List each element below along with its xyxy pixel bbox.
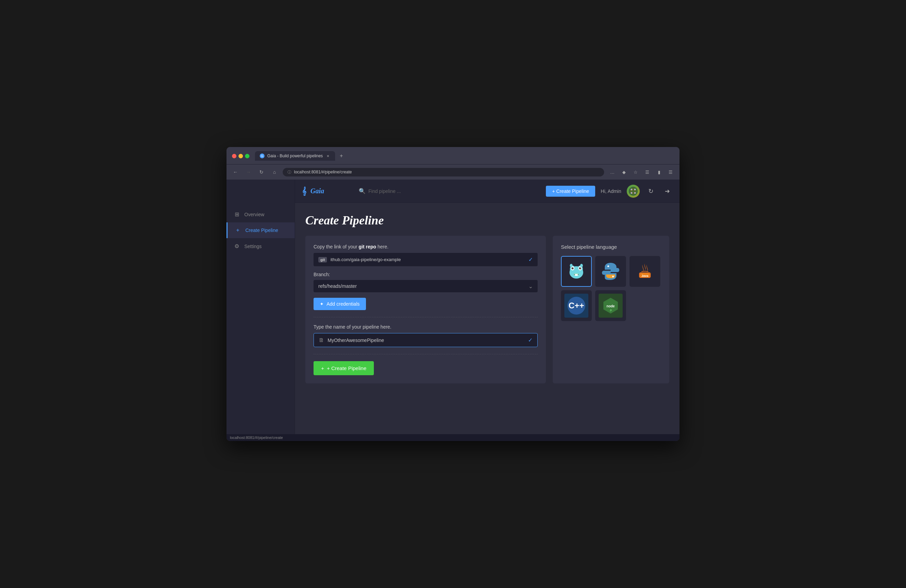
svg-rect-21 xyxy=(575,274,576,276)
lang-option-python[interactable] xyxy=(595,256,626,287)
create-pipeline-btn-label: + Create Pipeline xyxy=(327,365,367,371)
document-icon: 🗎 xyxy=(319,337,324,343)
svg-text:C++: C++ xyxy=(568,301,584,310)
app-header: 𝄞 Gaia 🔍 Find pipeline ... + Create Pipe… xyxy=(295,180,680,203)
tab-close-button[interactable]: ✕ xyxy=(325,153,330,158)
search-bar[interactable]: 🔍 Find pipeline ... xyxy=(359,188,541,194)
svg-point-24 xyxy=(608,266,609,267)
svg-point-25 xyxy=(613,276,614,277)
home-button[interactable]: ⌂ xyxy=(270,167,279,177)
svg-text:node: node xyxy=(606,304,615,308)
credentials-icon: ✦ xyxy=(320,301,324,307)
main-content: Create Pipeline Copy the link of your gi… xyxy=(295,203,680,434)
bookmark-button[interactable]: ☆ xyxy=(631,167,640,177)
branch-select-wrapper: refs/heads/masterrefs/heads/developrefs/… xyxy=(314,280,538,292)
create-pipeline-form-button[interactable]: + + Create Pipeline xyxy=(314,361,374,375)
branch-select[interactable]: refs/heads/masterrefs/heads/developrefs/… xyxy=(314,280,538,292)
lang-option-nodejs[interactable]: node .js xyxy=(595,290,626,321)
search-placeholder: Find pipeline ... xyxy=(368,188,401,194)
sidebar-item-create-pipeline[interactable]: + Create Pipeline xyxy=(226,222,295,238)
pipeline-name-check-icon: ✓ xyxy=(528,337,533,343)
svg-point-20 xyxy=(580,264,583,267)
svg-text:.js: .js xyxy=(609,309,613,311)
settings-icon: ⚙ xyxy=(233,243,240,249)
address-bar[interactable]: ⓘ localhost:8081/#/pipeline/create xyxy=(283,168,604,177)
back-button[interactable]: ← xyxy=(231,167,240,177)
svg-point-14 xyxy=(571,267,574,269)
logo-text: Gaia xyxy=(311,187,324,195)
menu-button[interactable]: ☰ xyxy=(666,167,675,177)
add-credentials-button[interactable]: ✦ Add credentials xyxy=(314,298,366,310)
divider-1 xyxy=(314,317,538,317)
svg-text:Java: Java xyxy=(641,274,649,277)
sidebar-item-label-settings: Settings xyxy=(244,244,262,249)
library-button[interactable]: ☰ xyxy=(643,167,652,177)
page-title: Create Pipeline xyxy=(305,213,669,228)
svg-point-6 xyxy=(631,192,633,194)
tab-bar: G Gaia - Build powerful pipelines ✕ + xyxy=(255,151,674,161)
tab-title: Gaia - Build powerful pipelines xyxy=(267,153,323,158)
language-card: Select pipeline language xyxy=(553,236,669,383)
divider-2 xyxy=(314,354,538,354)
pipeline-name-value: MyOtherAwesomePipeline xyxy=(328,338,525,343)
svg-rect-22 xyxy=(576,274,578,276)
branch-label: Branch: xyxy=(314,272,538,277)
signout-icon[interactable]: ➜ xyxy=(662,186,673,197)
search-icon: 🔍 xyxy=(359,188,365,194)
svg-point-19 xyxy=(570,264,573,267)
git-check-icon: ✓ xyxy=(528,256,533,263)
repo-label: Copy the link of your git repo here. xyxy=(314,244,538,249)
svg-point-15 xyxy=(579,267,581,269)
sidebar-item-overview[interactable]: ⊞ Overview xyxy=(226,206,295,222)
more-options-button[interactable]: … xyxy=(608,167,617,177)
security-icon: ⓘ xyxy=(287,170,291,175)
lang-option-cpp[interactable]: C++ xyxy=(561,290,592,321)
svg-point-17 xyxy=(580,268,581,268)
status-url: localhost:8081/#/pipeline/create xyxy=(230,435,283,440)
create-pipeline-icon: + xyxy=(234,227,241,233)
add-credentials-label: Add credentials xyxy=(327,301,360,307)
form-card: Copy the link of your git repo here. git… xyxy=(305,236,546,383)
traffic-lights xyxy=(232,154,249,158)
logo-mark: 𝄞 xyxy=(302,187,306,196)
content-grid: Copy the link of your git repo here. git… xyxy=(305,236,669,383)
reload-button[interactable]: ↻ xyxy=(257,167,266,177)
sidebar-item-settings[interactable]: ⚙ Settings xyxy=(226,238,295,254)
shield-icon: ◆ xyxy=(619,167,629,177)
header-right: Hi, Admin ↻ xyxy=(601,185,673,198)
svg-point-5 xyxy=(634,188,636,190)
pipeline-name-label: Type the name of your pipeline here. xyxy=(314,324,538,330)
avatar[interactable] xyxy=(627,185,640,198)
language-grid: Java C++ xyxy=(561,256,661,321)
svg-point-4 xyxy=(631,188,633,190)
user-greeting: Hi, Admin xyxy=(601,188,621,194)
sidebar-item-label-create-pipeline: Create Pipeline xyxy=(246,228,278,233)
create-plus-icon: + xyxy=(321,365,324,371)
logo: 𝄞 Gaia xyxy=(302,187,353,196)
sidebar-toggle-button[interactable]: ▮ xyxy=(654,167,664,177)
nav-actions: … ◆ ☆ ☰ ▮ ☰ xyxy=(608,167,675,177)
active-tab[interactable]: G Gaia - Build powerful pipelines ✕ xyxy=(255,151,335,161)
maximize-traffic-light[interactable] xyxy=(245,154,249,158)
git-url-value: ithub.com/gaia-pipeline/go-example xyxy=(330,257,525,262)
language-selector-title: Select pipeline language xyxy=(561,244,661,250)
lang-option-go[interactable] xyxy=(561,256,592,287)
tab-favicon: G xyxy=(260,153,265,158)
svg-point-16 xyxy=(573,268,573,268)
minimize-traffic-light[interactable] xyxy=(239,154,243,158)
new-tab-button[interactable]: + xyxy=(337,151,346,161)
lang-option-java[interactable]: Java xyxy=(630,256,660,287)
create-pipeline-header-button[interactable]: + Create Pipeline xyxy=(546,186,595,197)
git-badge: git xyxy=(318,257,327,263)
app-layout: ⊞ Overview + Create Pipeline ⚙ Settings … xyxy=(226,180,680,434)
refresh-icon[interactable]: ↻ xyxy=(645,186,656,197)
pipeline-name-input[interactable]: 🗎 MyOtherAwesomePipeline ✓ xyxy=(314,333,538,347)
sidebar: ⊞ Overview + Create Pipeline ⚙ Settings xyxy=(226,180,295,434)
app-container: 𝄞 Gaia 🔍 Find pipeline ... + Create Pipe… xyxy=(295,180,680,434)
git-repo-input[interactable]: git ithub.com/gaia-pipeline/go-example ✓ xyxy=(314,253,538,266)
nav-bar: ← → ↻ ⌂ ⓘ localhost:8081/#/pipeline/crea… xyxy=(226,164,680,180)
close-traffic-light[interactable] xyxy=(232,154,236,158)
url-text: localhost:8081/#/pipeline/create xyxy=(294,170,599,174)
forward-button[interactable]: → xyxy=(244,167,253,177)
overview-icon: ⊞ xyxy=(233,211,240,218)
